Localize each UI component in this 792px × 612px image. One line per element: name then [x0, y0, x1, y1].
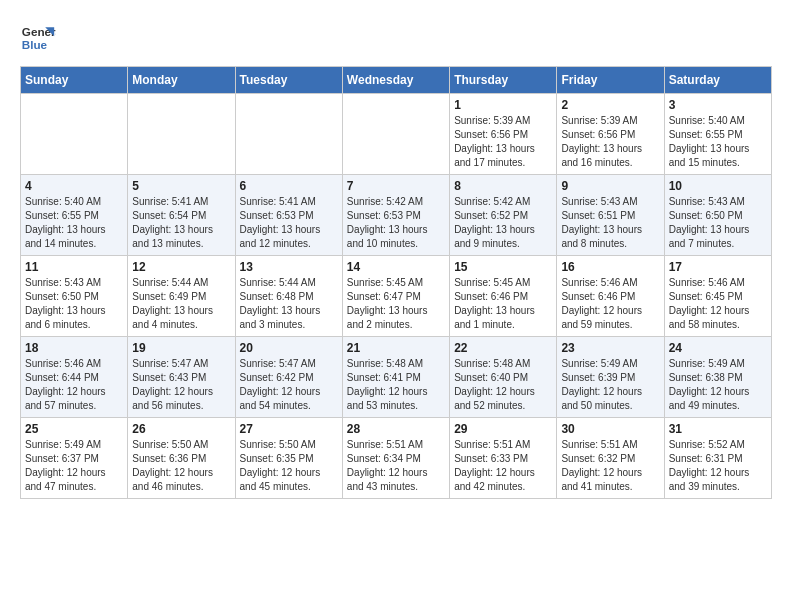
- day-info: Sunrise: 5:43 AM Sunset: 6:51 PM Dayligh…: [561, 195, 659, 251]
- calendar-cell: 20Sunrise: 5:47 AM Sunset: 6:42 PM Dayli…: [235, 337, 342, 418]
- calendar-cell: [21, 94, 128, 175]
- day-number: 19: [132, 341, 230, 355]
- day-info: Sunrise: 5:47 AM Sunset: 6:42 PM Dayligh…: [240, 357, 338, 413]
- calendar-cell: 12Sunrise: 5:44 AM Sunset: 6:49 PM Dayli…: [128, 256, 235, 337]
- day-info: Sunrise: 5:45 AM Sunset: 6:46 PM Dayligh…: [454, 276, 552, 332]
- calendar-week-1: 1Sunrise: 5:39 AM Sunset: 6:56 PM Daylig…: [21, 94, 772, 175]
- calendar-cell: 2Sunrise: 5:39 AM Sunset: 6:56 PM Daylig…: [557, 94, 664, 175]
- calendar-cell: 23Sunrise: 5:49 AM Sunset: 6:39 PM Dayli…: [557, 337, 664, 418]
- day-number: 6: [240, 179, 338, 193]
- calendar-cell: 10Sunrise: 5:43 AM Sunset: 6:50 PM Dayli…: [664, 175, 771, 256]
- calendar-cell: 27Sunrise: 5:50 AM Sunset: 6:35 PM Dayli…: [235, 418, 342, 499]
- day-info: Sunrise: 5:52 AM Sunset: 6:31 PM Dayligh…: [669, 438, 767, 494]
- day-number: 10: [669, 179, 767, 193]
- day-number: 2: [561, 98, 659, 112]
- column-header-thursday: Thursday: [450, 67, 557, 94]
- calendar-cell: 15Sunrise: 5:45 AM Sunset: 6:46 PM Dayli…: [450, 256, 557, 337]
- day-info: Sunrise: 5:45 AM Sunset: 6:47 PM Dayligh…: [347, 276, 445, 332]
- calendar-cell: [128, 94, 235, 175]
- calendar-cell: 26Sunrise: 5:50 AM Sunset: 6:36 PM Dayli…: [128, 418, 235, 499]
- day-number: 13: [240, 260, 338, 274]
- calendar-week-3: 11Sunrise: 5:43 AM Sunset: 6:50 PM Dayli…: [21, 256, 772, 337]
- calendar-cell: [235, 94, 342, 175]
- calendar-cell: 4Sunrise: 5:40 AM Sunset: 6:55 PM Daylig…: [21, 175, 128, 256]
- calendar-cell: 5Sunrise: 5:41 AM Sunset: 6:54 PM Daylig…: [128, 175, 235, 256]
- day-info: Sunrise: 5:39 AM Sunset: 6:56 PM Dayligh…: [454, 114, 552, 170]
- day-number: 3: [669, 98, 767, 112]
- day-number: 11: [25, 260, 123, 274]
- calendar-cell: 31Sunrise: 5:52 AM Sunset: 6:31 PM Dayli…: [664, 418, 771, 499]
- day-info: Sunrise: 5:48 AM Sunset: 6:40 PM Dayligh…: [454, 357, 552, 413]
- calendar-week-4: 18Sunrise: 5:46 AM Sunset: 6:44 PM Dayli…: [21, 337, 772, 418]
- day-number: 27: [240, 422, 338, 436]
- calendar-cell: 17Sunrise: 5:46 AM Sunset: 6:45 PM Dayli…: [664, 256, 771, 337]
- day-number: 4: [25, 179, 123, 193]
- day-number: 31: [669, 422, 767, 436]
- day-number: 9: [561, 179, 659, 193]
- calendar-cell: 29Sunrise: 5:51 AM Sunset: 6:33 PM Dayli…: [450, 418, 557, 499]
- calendar-cell: 11Sunrise: 5:43 AM Sunset: 6:50 PM Dayli…: [21, 256, 128, 337]
- day-number: 17: [669, 260, 767, 274]
- day-info: Sunrise: 5:44 AM Sunset: 6:49 PM Dayligh…: [132, 276, 230, 332]
- day-info: Sunrise: 5:43 AM Sunset: 6:50 PM Dayligh…: [669, 195, 767, 251]
- calendar-cell: 14Sunrise: 5:45 AM Sunset: 6:47 PM Dayli…: [342, 256, 449, 337]
- calendar-cell: 13Sunrise: 5:44 AM Sunset: 6:48 PM Dayli…: [235, 256, 342, 337]
- day-number: 23: [561, 341, 659, 355]
- day-info: Sunrise: 5:50 AM Sunset: 6:36 PM Dayligh…: [132, 438, 230, 494]
- page-header: General Blue: [20, 20, 772, 56]
- calendar-cell: 6Sunrise: 5:41 AM Sunset: 6:53 PM Daylig…: [235, 175, 342, 256]
- calendar-cell: 22Sunrise: 5:48 AM Sunset: 6:40 PM Dayli…: [450, 337, 557, 418]
- calendar-cell: 21Sunrise: 5:48 AM Sunset: 6:41 PM Dayli…: [342, 337, 449, 418]
- day-info: Sunrise: 5:49 AM Sunset: 6:38 PM Dayligh…: [669, 357, 767, 413]
- day-info: Sunrise: 5:49 AM Sunset: 6:39 PM Dayligh…: [561, 357, 659, 413]
- day-info: Sunrise: 5:40 AM Sunset: 6:55 PM Dayligh…: [25, 195, 123, 251]
- day-number: 25: [25, 422, 123, 436]
- column-header-tuesday: Tuesday: [235, 67, 342, 94]
- calendar-header-row: SundayMondayTuesdayWednesdayThursdayFrid…: [21, 67, 772, 94]
- calendar-cell: 9Sunrise: 5:43 AM Sunset: 6:51 PM Daylig…: [557, 175, 664, 256]
- calendar-cell: [342, 94, 449, 175]
- calendar-cell: 7Sunrise: 5:42 AM Sunset: 6:53 PM Daylig…: [342, 175, 449, 256]
- day-number: 20: [240, 341, 338, 355]
- day-info: Sunrise: 5:47 AM Sunset: 6:43 PM Dayligh…: [132, 357, 230, 413]
- calendar-cell: 30Sunrise: 5:51 AM Sunset: 6:32 PM Dayli…: [557, 418, 664, 499]
- day-number: 14: [347, 260, 445, 274]
- day-number: 5: [132, 179, 230, 193]
- calendar-cell: 25Sunrise: 5:49 AM Sunset: 6:37 PM Dayli…: [21, 418, 128, 499]
- day-number: 22: [454, 341, 552, 355]
- day-info: Sunrise: 5:46 AM Sunset: 6:45 PM Dayligh…: [669, 276, 767, 332]
- calendar-cell: 19Sunrise: 5:47 AM Sunset: 6:43 PM Dayli…: [128, 337, 235, 418]
- calendar-cell: 18Sunrise: 5:46 AM Sunset: 6:44 PM Dayli…: [21, 337, 128, 418]
- day-info: Sunrise: 5:51 AM Sunset: 6:32 PM Dayligh…: [561, 438, 659, 494]
- calendar-table: SundayMondayTuesdayWednesdayThursdayFrid…: [20, 66, 772, 499]
- day-info: Sunrise: 5:48 AM Sunset: 6:41 PM Dayligh…: [347, 357, 445, 413]
- day-info: Sunrise: 5:46 AM Sunset: 6:44 PM Dayligh…: [25, 357, 123, 413]
- logo: General Blue: [20, 20, 56, 56]
- day-number: 26: [132, 422, 230, 436]
- day-number: 12: [132, 260, 230, 274]
- day-number: 16: [561, 260, 659, 274]
- column-header-monday: Monday: [128, 67, 235, 94]
- day-number: 8: [454, 179, 552, 193]
- logo-icon: General Blue: [20, 20, 56, 56]
- column-header-saturday: Saturday: [664, 67, 771, 94]
- day-number: 7: [347, 179, 445, 193]
- day-info: Sunrise: 5:50 AM Sunset: 6:35 PM Dayligh…: [240, 438, 338, 494]
- calendar-cell: 3Sunrise: 5:40 AM Sunset: 6:55 PM Daylig…: [664, 94, 771, 175]
- day-number: 21: [347, 341, 445, 355]
- calendar-cell: 1Sunrise: 5:39 AM Sunset: 6:56 PM Daylig…: [450, 94, 557, 175]
- day-info: Sunrise: 5:42 AM Sunset: 6:53 PM Dayligh…: [347, 195, 445, 251]
- calendar-week-2: 4Sunrise: 5:40 AM Sunset: 6:55 PM Daylig…: [21, 175, 772, 256]
- day-info: Sunrise: 5:41 AM Sunset: 6:54 PM Dayligh…: [132, 195, 230, 251]
- calendar-cell: 28Sunrise: 5:51 AM Sunset: 6:34 PM Dayli…: [342, 418, 449, 499]
- day-number: 28: [347, 422, 445, 436]
- day-info: Sunrise: 5:39 AM Sunset: 6:56 PM Dayligh…: [561, 114, 659, 170]
- day-info: Sunrise: 5:51 AM Sunset: 6:33 PM Dayligh…: [454, 438, 552, 494]
- day-info: Sunrise: 5:51 AM Sunset: 6:34 PM Dayligh…: [347, 438, 445, 494]
- day-number: 1: [454, 98, 552, 112]
- day-number: 29: [454, 422, 552, 436]
- day-info: Sunrise: 5:43 AM Sunset: 6:50 PM Dayligh…: [25, 276, 123, 332]
- day-number: 18: [25, 341, 123, 355]
- calendar-week-5: 25Sunrise: 5:49 AM Sunset: 6:37 PM Dayli…: [21, 418, 772, 499]
- day-info: Sunrise: 5:46 AM Sunset: 6:46 PM Dayligh…: [561, 276, 659, 332]
